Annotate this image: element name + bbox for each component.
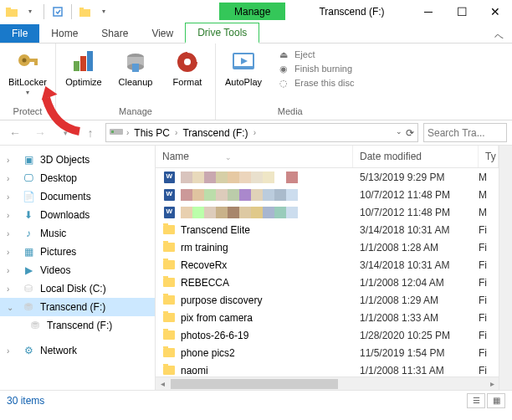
file-date: 3/14/2018 10:31 AM [353,224,479,236]
file-type: Fi [479,295,499,306]
folder-icon [162,294,176,307]
file-type: M [479,172,499,183]
tree-item-transcend-f-[interactable]: ⌄⛃Transcend (F:) [0,298,155,316]
ribbon-tabs: File Home Share View Drive Tools ヘ [0,23,512,44]
window-title: Transcend (F:) [319,6,384,18]
file-type: Fi [479,277,499,289]
file-name: phone pics2 [181,347,235,359]
file-date: 1/1/2008 1:33 AM [353,312,479,324]
folder-icon [162,346,176,360]
tree-item-desktop[interactable]: ›🖵Desktop [0,169,155,187]
minimize-button[interactable]: ─ [412,0,445,23]
tab-home[interactable]: Home [39,24,90,43]
col-name[interactable]: Name ⌄ [156,146,353,167]
tree-item-local-disk-c-[interactable]: ›⛁Local Disk (C:) [0,279,155,298]
qat-dropdown-icon[interactable]: ▾ [23,5,37,18]
svg-rect-4 [79,8,84,10]
nav-tree: ›▣3D Objects›🖵Desktop›📄Documents›⬇Downlo… [0,146,156,390]
nav-bar: ← → ▾ ↑ › This PC › Transcend (F:) › ⌄ ⟳… [0,120,512,146]
close-button[interactable]: ✕ [479,0,512,23]
icons-view-button[interactable]: ▦ [487,393,505,408]
tab-view[interactable]: View [140,24,185,43]
autoplay-button[interactable]: AutoPlay [221,47,266,105]
chevron-icon: › [7,211,17,220]
chevron-icon: › [7,346,17,356]
new-folder-icon[interactable] [79,5,92,18]
file-row[interactable]: photos-26-6-191/28/2020 10:25 PMFi [156,326,499,344]
file-date: 5/13/2019 9:29 PM [353,172,479,183]
file-row[interactable]: phone pics211/5/2019 1:54 PMFi [156,344,499,361]
desktop-icon: 🖵 [22,172,35,185]
tree-item-documents[interactable]: ›📄Documents [0,187,155,206]
file-row[interactable]: 10/7/2012 11:48 PMM [156,186,499,203]
tree-item-label: Pictures [40,246,76,258]
maximize-button[interactable]: ☐ [445,0,479,23]
optimize-button[interactable]: Optimize [61,47,106,105]
file-row[interactable]: RecoveRx3/14/2018 10:31 AMFi [156,256,499,274]
folder-icon [162,276,176,289]
collapse-ribbon-icon[interactable]: ヘ [486,30,512,43]
file-date: 3/14/2018 10:31 AM [353,259,479,271]
tab-share[interactable]: Share [90,24,140,43]
chevron-icon: › [7,248,17,257]
file-row[interactable]: 5/13/2019 9:29 PMM [156,168,499,186]
tree-item-videos[interactable]: ›▶Videos [0,261,155,279]
crumb-this-pc[interactable]: This PC [132,127,172,139]
file-row[interactable]: REBECCA1/1/2008 12:04 AMFi [156,274,499,291]
file-name: purpose discovery [181,295,262,306]
qat-customize-icon[interactable]: ▾ [97,5,110,18]
group-media-label: Media [278,105,303,118]
address-bar[interactable]: › This PC › Transcend (F:) › ⌄ ⟳ [105,123,418,142]
tree-item-pictures[interactable]: ›▦Pictures [0,243,155,261]
bitlocker-button[interactable]: BitLocker ▾ [5,47,50,105]
media-small-buttons: ⏏Eject ◉Finish burning ◌Erase this disc [273,47,360,105]
erase-icon: ◌ [278,77,289,89]
word-doc-icon [162,188,176,202]
address-dropdown-icon[interactable]: ⌄ [396,127,402,139]
file-type: Fi [479,224,499,236]
svg-rect-10 [80,56,86,71]
search-box[interactable]: Search Tra... [423,123,507,142]
file-row[interactable]: pix from camera1/1/2008 1:33 AMFi [156,309,499,326]
file-date: 1/28/2020 10:25 PM [353,330,479,341]
tree-item-downloads[interactable]: ›⬇Downloads [0,206,155,224]
chevron-icon: › [7,156,17,165]
file-row[interactable]: purpose discovery1/1/2008 1:29 AMFi [156,291,499,309]
col-type[interactable]: Ty [479,146,499,167]
file-row[interactable]: rm training1/1/2008 1:28 AMFi [156,238,499,256]
eject-button[interactable]: ⏏Eject [278,49,355,60]
col-date[interactable]: Date modified [353,146,479,167]
recent-dropdown-icon[interactable]: ▾ [55,123,75,143]
file-name: pix from camera [181,312,253,324]
down-icon: ⬇ [22,208,35,222]
cleanup-button[interactable]: Cleanup [113,47,158,105]
back-button[interactable]: ← [5,123,25,143]
file-row[interactable]: 10/7/2012 11:48 PMM [156,203,499,221]
properties-icon[interactable] [51,5,64,18]
tree-item-network[interactable]: ›⚙Network [0,341,155,360]
tree-item-3d-objects[interactable]: ›▣3D Objects [0,151,155,169]
chevron-icon: ⌄ [7,303,17,312]
file-date: 11/5/2019 1:54 PM [353,347,479,359]
details-view-button[interactable]: ☰ [467,393,485,408]
refresh-icon[interactable]: ⟳ [406,127,414,139]
vertical-scrollbar[interactable] [499,146,512,390]
file-row[interactable]: naomi1/1/2008 11:31 AMFi [156,361,499,376]
tree-item-label: Transcend (F:) [40,301,105,313]
tab-file[interactable]: File [0,24,39,43]
tab-drive-tools[interactable]: Drive Tools [185,23,259,44]
file-type: Fi [479,259,499,271]
bitlocker-label: BitLocker [8,77,47,87]
folder-icon [162,329,176,342]
file-date: 1/1/2008 1:29 AM [353,295,479,306]
format-button[interactable]: Format [165,47,210,105]
file-row[interactable]: Transcend Elite3/14/2018 10:31 AMFi [156,221,499,238]
file-name: naomi [181,365,208,376]
up-button[interactable]: ↑ [80,123,100,143]
tree-item-transcend-f-[interactable]: ⛃Transcend (F:) [0,316,155,335]
item-count: 30 items [7,395,44,407]
crumb-drive[interactable]: Transcend (F:) [181,127,249,139]
horizontal-scrollbar[interactable]: ◂▸ [156,376,499,390]
tree-item-label: Desktop [40,172,77,184]
tree-item-music[interactable]: ›♪Music [0,224,155,243]
